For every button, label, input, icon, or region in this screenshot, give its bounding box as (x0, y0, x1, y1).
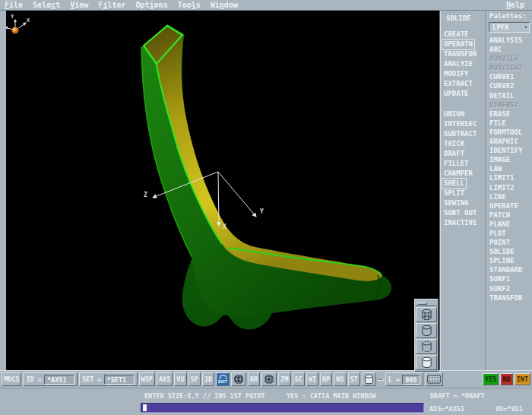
solide-item-shell[interactable]: SHELL (442, 179, 466, 188)
globe-button-2[interactable] (261, 372, 277, 386)
np-button[interactable]: NP (320, 372, 332, 386)
palette-item-limit1[interactable]: LIMIT1 (486, 173, 532, 182)
palette-item-arc[interactable]: ARC (486, 45, 532, 54)
palette-item-erase[interactable]: ERASE (486, 109, 532, 119)
command-bar: AXS=*AXS1 VU=*VU1 (0, 402, 532, 415)
solide-item-transfor[interactable]: TRANSFOR (440, 49, 486, 59)
palette-item-file[interactable]: FILE (486, 119, 532, 128)
render-shaded-button[interactable] (416, 355, 437, 370)
solide-item-union[interactable]: UNION (440, 109, 486, 119)
menu-file[interactable]: File (5, 1, 23, 9)
menu-view[interactable]: View (70, 1, 88, 9)
mbcs-button[interactable]: MBCS (2, 372, 21, 386)
sp-button[interactable]: SP (188, 372, 201, 386)
br-button[interactable]: BR (248, 372, 260, 386)
id-value-input[interactable]: *AXS1 (44, 375, 74, 385)
palette-dropdown-value: LPFK (492, 24, 509, 31)
current-axis-indicator: AXS=*AXS1 (429, 405, 464, 413)
palette-item-detail[interactable]: DETAIL (486, 91, 532, 100)
palette-item-point[interactable]: POINT (486, 238, 532, 247)
solide-item-fillet[interactable]: FILLET (440, 159, 486, 169)
palette-item-standard[interactable]: STANDARD (486, 265, 532, 274)
cylinder-mode-button[interactable] (362, 372, 376, 386)
palette-item-curve2[interactable]: CURVE2 (486, 81, 532, 90)
palette-item-plane[interactable]: PLANE (486, 220, 532, 229)
wi-button[interactable]: WI (306, 372, 318, 386)
keypad-button[interactable] (425, 372, 443, 386)
catia-window: File Select View Filter Options Tools Wi… (0, 0, 532, 415)
solide-item-split[interactable]: SPLIT (440, 188, 486, 198)
solid-model[interactable] (141, 24, 391, 329)
palette-item-identify[interactable]: IDENTIFY (486, 146, 532, 155)
command-input[interactable] (141, 403, 424, 413)
palette-item-transfor[interactable]: TRANSFOR (486, 293, 532, 303)
zm-button[interactable]: ZM (278, 372, 290, 386)
sc-button[interactable]: SC (293, 372, 305, 386)
palette-item-graphic[interactable]: GRAPHIC (486, 137, 532, 146)
set-field: SET = *SET1 (79, 372, 138, 386)
menu-options[interactable]: Options (136, 1, 168, 9)
palette-item-curve1[interactable]: CURVE1 (486, 72, 532, 81)
palette-item-formtool[interactable]: FORMTOOL (486, 128, 532, 137)
solide-item-extract[interactable]: EXTRACT (440, 79, 486, 89)
render-hidden-line-button[interactable] (416, 323, 437, 338)
set-value-input[interactable]: *SET1 (104, 375, 135, 385)
ns-button[interactable]: NS (334, 372, 346, 386)
render-wireframe-button[interactable] (416, 307, 437, 322)
exit-button[interactable]: EXIT (216, 372, 230, 386)
menu-help[interactable]: Help (506, 1, 524, 9)
solide-item-sort-out[interactable]: SORT OUT (440, 208, 486, 218)
menu-select[interactable]: Select (33, 1, 60, 9)
palette-item-limit2[interactable]: LIMIT2 (486, 183, 532, 192)
solide-item-analyze[interactable]: ANALYZE (440, 59, 486, 69)
l-field: L = 000 (385, 372, 423, 386)
palette-item-plot[interactable]: PLOT (486, 229, 532, 238)
3d-button[interactable]: 3D (202, 372, 214, 386)
menu-tools[interactable]: Tools (178, 1, 201, 9)
palette-item-surf1[interactable]: SURF1 (486, 274, 532, 284)
palette-dropdown[interactable]: LPFK ▾ (489, 22, 530, 33)
palette-item-dimens2: DIMENS2 (486, 100, 532, 109)
palette-item-image[interactable]: IMAGE (486, 155, 532, 164)
solide-item-update[interactable]: UPDATE (440, 89, 486, 99)
render-dashed-hidden-button[interactable] (416, 339, 437, 354)
viewport[interactable]: Z X Y Z Y X (6, 11, 439, 370)
solide-item-modify[interactable]: MODIFY (440, 69, 486, 79)
globe-button-1[interactable] (231, 372, 246, 386)
palette-item-patch[interactable]: PATCH (486, 211, 532, 220)
solide-item-chamfer[interactable]: CHAMFER (440, 169, 486, 179)
left-gutter (0, 11, 6, 370)
solide-item-thick[interactable]: THICK (440, 139, 486, 149)
render-mode-palette (414, 299, 439, 372)
int-button[interactable]: INT (515, 373, 530, 385)
palette-item-analysis[interactable]: ANALYSIS (486, 36, 532, 45)
vu-button[interactable]: VU (174, 372, 186, 386)
palette-item-line[interactable]: LINE (486, 192, 532, 201)
solide-item-operatn[interactable]: OPERATN (442, 40, 474, 49)
palette-item-law[interactable]: LAW (486, 164, 532, 173)
solide-item-inactive[interactable]: INACTIVE (440, 218, 486, 228)
render-palette-titlebar[interactable] (416, 300, 437, 306)
palette-item-solide[interactable]: SOLIDE (486, 247, 532, 256)
menu-filter[interactable]: Filter (98, 1, 125, 9)
solide-item-draft[interactable]: DRAFT (440, 149, 486, 159)
menu-window[interactable]: Window (211, 1, 238, 9)
solide-item-sewing[interactable]: SEWING (440, 198, 486, 208)
axis-label-x: X (223, 223, 226, 230)
bottom-toolbar: MBCS ID = *AXS1 SET = *SET1 WSP AXS VU S… (0, 370, 532, 388)
wireframe-cylinder-icon (421, 309, 432, 321)
palette-item-surf2[interactable]: SURF2 (486, 284, 532, 293)
palette-item-operate[interactable]: OPERATE (486, 201, 532, 211)
l-value-input[interactable]: 000 (402, 375, 420, 385)
dashed-cylinder-icon (421, 341, 432, 353)
globe-icon (233, 374, 244, 385)
st-button[interactable]: ST (348, 372, 360, 386)
solide-item-subtract[interactable]: SUBTRACT (440, 129, 486, 139)
wsp-button[interactable]: WSP (139, 372, 155, 386)
solide-item-intersec[interactable]: INTERSEC (440, 119, 486, 129)
no-button[interactable]: NO (500, 373, 512, 385)
palette-item-spline[interactable]: SPLINE (486, 256, 532, 265)
yes-button[interactable]: YES (483, 373, 499, 385)
solide-item-create[interactable]: CREATE (440, 30, 486, 40)
axs-button[interactable]: AXS (157, 372, 173, 386)
